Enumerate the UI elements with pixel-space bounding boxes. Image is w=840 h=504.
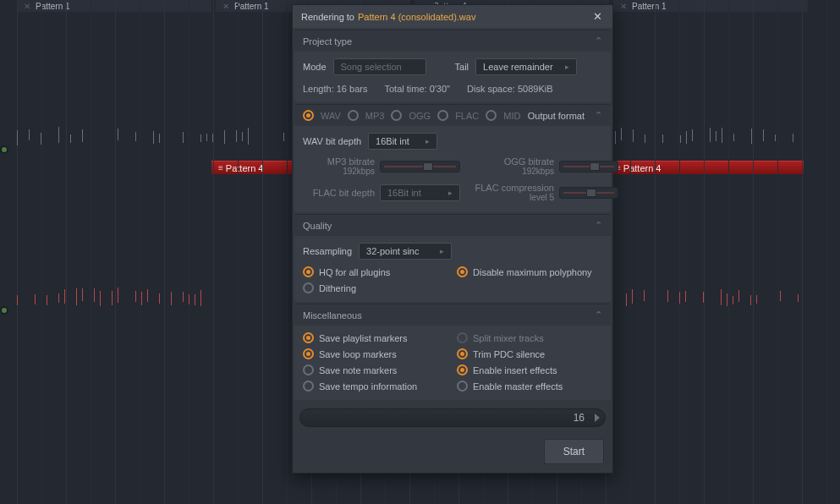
ogg-bitrate-label: OGG bitrate192kbps xyxy=(465,156,554,176)
chevron-right-icon: ▸ xyxy=(425,137,430,145)
section-misc: Miscellaneous ⌃ Save playlist markersSpl… xyxy=(294,304,611,400)
pattern-label: Pattern 1 xyxy=(234,2,269,11)
misc-option: Save loop markers xyxy=(303,348,448,359)
misc-radio[interactable] xyxy=(303,348,314,359)
misc-option: Save note markers xyxy=(303,364,448,375)
format-label: MID xyxy=(503,111,520,121)
chevron-up-icon: ⌃ xyxy=(595,310,602,320)
format-selector-row: WAV MP3 OGG FLAC MID Output format ⌃ xyxy=(294,105,611,126)
misc-label: Enable master effects xyxy=(473,381,563,392)
ogg-bitrate-slider[interactable] xyxy=(559,161,618,173)
automation-handle[interactable] xyxy=(0,306,8,315)
stat-disk: Disk space: 5089KiB xyxy=(467,84,553,94)
flac-depth-label: FLAC bit depth xyxy=(303,188,375,198)
section-header[interactable]: Miscellaneous ⌃ xyxy=(294,304,611,326)
misc-label: Save loop markers xyxy=(319,349,397,359)
section-title: Miscellaneous xyxy=(303,310,362,320)
misc-option: Trim PDC silence xyxy=(457,348,602,359)
flac-comp-slider[interactable] xyxy=(559,187,618,199)
hq-plugins-radio[interactable] xyxy=(303,266,314,277)
misc-radio[interactable] xyxy=(457,364,468,375)
clip-handle-icon: ≡ xyxy=(218,163,222,173)
chevron-up-icon: ⌃ xyxy=(595,110,602,121)
format-label: FLAC xyxy=(455,111,479,121)
pattern-label: Pattern 1 xyxy=(632,2,667,11)
format-label: WAV xyxy=(321,111,341,121)
chevron-up-icon: ⌃ xyxy=(595,220,602,231)
section-title: Output format xyxy=(528,111,585,121)
misc-option: Enable insert effects xyxy=(457,364,602,375)
misc-label: Save note markers xyxy=(319,365,397,375)
pattern-header[interactable]: ✕Pattern 1 xyxy=(613,0,808,12)
format-radio-wav[interactable] xyxy=(303,110,314,121)
pattern4-clip[interactable]: ≡Pattern 4 xyxy=(211,161,292,174)
close-icon[interactable]: ✕ xyxy=(591,10,604,23)
misc-option: Split mixer tracks xyxy=(457,332,602,343)
mp3-bitrate-slider[interactable] xyxy=(380,161,460,173)
pattern-label: Pattern 4 xyxy=(226,163,264,173)
section-title: Quality xyxy=(303,221,332,231)
hq-label: HQ for all plugins xyxy=(319,267,390,277)
chevron-right-icon: ▸ xyxy=(448,189,453,197)
automation-handle[interactable] xyxy=(0,145,8,154)
misc-option: Enable master effects xyxy=(457,381,602,392)
pattern4-clip[interactable]: ≡Pattern 4 xyxy=(609,161,804,174)
section-header[interactable]: Quality ⌃ xyxy=(294,215,611,236)
wav-depth-select[interactable]: 16Bit int▸ xyxy=(368,133,437,150)
close-icon[interactable]: ✕ xyxy=(620,2,627,11)
format-label: MP3 xyxy=(365,111,385,121)
wav-depth-label: WAV bit depth xyxy=(303,136,361,146)
render-stats: Length: 16 bars Total time: 0'30" Disk s… xyxy=(303,82,602,94)
tail-label: Tail xyxy=(455,62,469,72)
flac-depth-select[interactable]: 16Bit int▸ xyxy=(380,184,460,201)
stat-time: Total time: 0'30" xyxy=(384,84,450,94)
chevron-up-icon: ⌃ xyxy=(595,36,602,47)
chevron-right-icon: ▸ xyxy=(440,247,444,255)
misc-option: Save playlist markers xyxy=(303,332,448,343)
pattern-header[interactable]: ✕Pattern 1 xyxy=(17,0,211,12)
misc-radio[interactable] xyxy=(457,381,468,392)
section-quality: Quality ⌃ Resampling 32-point sinc▸ HQ f… xyxy=(294,214,611,302)
misc-radio[interactable] xyxy=(303,332,314,343)
title-filename: Pattern 4 (consolidated).wav xyxy=(358,12,475,22)
disable-poly-label: Disable maximum polyphony xyxy=(473,267,592,277)
misc-label: Enable insert effects xyxy=(473,365,557,375)
dithering-radio[interactable] xyxy=(303,282,314,293)
misc-radio xyxy=(457,332,468,343)
close-icon[interactable]: ✕ xyxy=(24,2,30,11)
dithering-label: Dithering xyxy=(319,283,356,293)
section-project-type: Project type ⌃ Mode Song selection Tail … xyxy=(294,30,611,102)
render-dialog: Rendering to Pattern 4 (consolidated).wa… xyxy=(292,4,613,474)
progress-value: 16 xyxy=(574,412,585,424)
dialog-titlebar[interactable]: Rendering to Pattern 4 (consolidated).wa… xyxy=(293,5,612,28)
format-label: OGG xyxy=(409,111,431,121)
misc-label: Trim PDC silence xyxy=(473,349,545,359)
format-radio-ogg[interactable] xyxy=(391,110,402,121)
title-prefix: Rendering to xyxy=(301,12,354,22)
resampling-label: Resampling xyxy=(303,246,352,256)
start-button[interactable]: Start xyxy=(544,439,604,464)
close-icon[interactable]: ✕ xyxy=(222,2,229,11)
misc-label: Save playlist markers xyxy=(319,333,408,343)
format-radio-flac[interactable] xyxy=(437,110,448,121)
misc-radio[interactable] xyxy=(303,381,314,392)
mode-select[interactable]: Song selection xyxy=(333,58,426,75)
section-output-format: WAV MP3 OGG FLAC MID Output format ⌃ WAV… xyxy=(294,104,611,212)
misc-option: Save tempo information xyxy=(303,381,448,392)
disable-polyphony-radio[interactable] xyxy=(457,266,468,277)
section-header[interactable]: Project type ⌃ xyxy=(294,30,611,52)
resampling-select[interactable]: 32-point sinc▸ xyxy=(359,243,452,260)
mode-label: Mode xyxy=(303,62,327,72)
misc-label: Split mixer tracks xyxy=(473,333,544,343)
mp3-bitrate-label: MP3 bitrate192kbps xyxy=(303,156,375,176)
progress-bar[interactable]: 16 xyxy=(299,408,606,427)
flac-comp-label: FLAC compressionlevel 5 xyxy=(465,183,554,202)
chevron-right-icon: ▸ xyxy=(565,63,569,71)
format-radio-mid[interactable] xyxy=(486,110,497,121)
format-radio-mp3[interactable] xyxy=(348,110,359,121)
stat-length: Length: 16 bars xyxy=(303,84,367,94)
tail-select[interactable]: Leave remainder▸ xyxy=(475,58,577,75)
misc-radio[interactable] xyxy=(457,348,468,359)
section-title: Project type xyxy=(303,36,352,47)
misc-radio[interactable] xyxy=(303,364,314,375)
